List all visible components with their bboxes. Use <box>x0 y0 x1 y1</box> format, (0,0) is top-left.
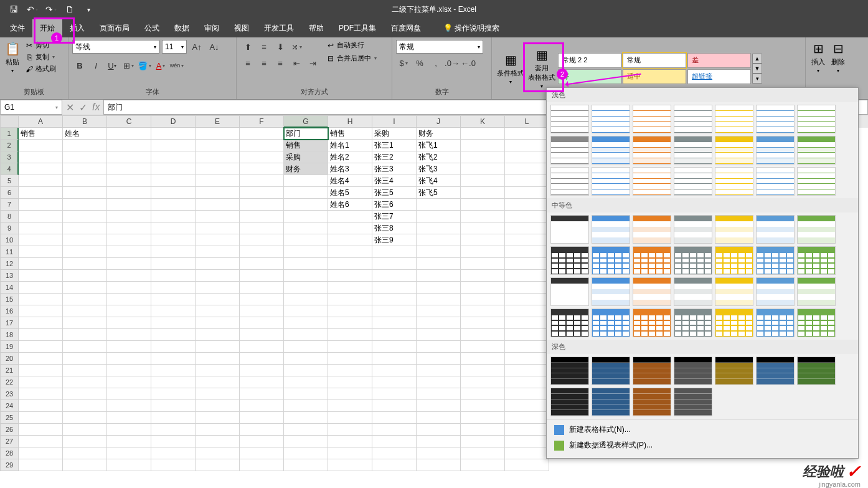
cell-B26[interactable] <box>63 424 107 436</box>
cell-G13[interactable] <box>284 270 328 282</box>
copy-button[interactable]: ⎘复制 <box>24 52 57 62</box>
style-normal22[interactable]: 常规 2 2 <box>558 53 621 68</box>
cell-H12[interactable] <box>328 258 372 270</box>
tab-help[interactable]: 帮助 <box>301 19 331 37</box>
cell-B6[interactable] <box>63 187 107 199</box>
table-style-swatch[interactable] <box>674 167 712 196</box>
table-style-swatch[interactable] <box>715 136 753 165</box>
row-header-21[interactable]: 21 <box>0 365 19 376</box>
comma-icon[interactable]: , <box>428 56 443 70</box>
cell-G28[interactable] <box>284 447 328 459</box>
cell-B27[interactable] <box>63 436 107 447</box>
cell-H8[interactable] <box>328 211 372 222</box>
table-style-swatch[interactable] <box>797 246 836 275</box>
cell-I25[interactable] <box>372 412 417 424</box>
cell-G27[interactable] <box>284 436 328 447</box>
cell-L4[interactable] <box>505 163 549 175</box>
cell-J16[interactable] <box>417 305 461 317</box>
table-style-swatch[interactable] <box>756 105 795 133</box>
table-style-swatch[interactable] <box>756 277 795 306</box>
cell-D15[interactable] <box>151 294 196 305</box>
cell-I7[interactable]: 张三6 <box>372 199 417 211</box>
cell-E11[interactable] <box>196 246 240 258</box>
cell-B24[interactable] <box>63 400 107 412</box>
cell-B7[interactable] <box>63 199 107 211</box>
cell-F26[interactable] <box>240 424 284 436</box>
cell-G3[interactable]: 采购 <box>284 151 328 163</box>
row-header-23[interactable]: 23 <box>0 388 19 400</box>
cell-K22[interactable] <box>461 376 505 388</box>
cell-C5[interactable] <box>107 175 151 187</box>
format-as-table-button[interactable]: 2 ▦ 套用 表格格式▾ <box>527 46 557 90</box>
cell-F20[interactable] <box>240 353 284 365</box>
tab-formulas[interactable]: 公式 <box>137 19 167 37</box>
row-header-3[interactable]: 3 <box>0 151 19 163</box>
cell-J15[interactable] <box>417 294 461 305</box>
cell-J19[interactable] <box>417 341 461 353</box>
cell-D14[interactable] <box>151 282 196 294</box>
cell-G4[interactable]: 财务 <box>284 163 328 175</box>
cell-G21[interactable] <box>284 365 328 376</box>
cell-H15[interactable] <box>328 294 372 305</box>
cell-C4[interactable] <box>107 163 151 175</box>
table-style-swatch[interactable] <box>550 167 589 196</box>
decrease-font-icon[interactable]: A↓ <box>207 40 222 54</box>
cell-L26[interactable] <box>505 424 549 436</box>
cell-D6[interactable] <box>151 187 196 199</box>
cell-C19[interactable] <box>107 341 151 353</box>
cell-D26[interactable] <box>151 424 196 436</box>
cell-A20[interactable] <box>19 353 63 365</box>
cell-K5[interactable] <box>461 175 505 187</box>
cell-I3[interactable]: 张三2 <box>372 151 417 163</box>
cell-G6[interactable] <box>284 187 328 199</box>
cell-K29[interactable] <box>461 459 505 471</box>
table-style-swatch[interactable] <box>674 356 712 385</box>
cell-I11[interactable] <box>372 246 417 258</box>
table-style-swatch[interactable] <box>633 246 671 275</box>
cell-E12[interactable] <box>196 258 240 270</box>
fx-icon[interactable]: fx <box>92 102 100 113</box>
cell-B12[interactable] <box>63 258 107 270</box>
cell-H17[interactable] <box>328 317 372 329</box>
cell-D28[interactable] <box>151 447 196 459</box>
cell-L27[interactable] <box>505 436 549 447</box>
cell-H13[interactable] <box>328 270 372 282</box>
cell-I16[interactable] <box>372 305 417 317</box>
insert-cells-button[interactable]: ⊞插入▾ <box>809 40 827 75</box>
style-bad[interactable]: 差 <box>687 53 751 68</box>
indent-dec-icon[interactable]: ⇤ <box>289 56 304 70</box>
name-box[interactable]: G1▾ <box>0 100 62 115</box>
table-style-swatch[interactable] <box>592 246 630 275</box>
row-header-26[interactable]: 26 <box>0 424 19 436</box>
cell-J26[interactable] <box>417 424 461 436</box>
cell-B4[interactable] <box>63 163 107 175</box>
new-pivot-style[interactable]: 新建数据透视表样式(P)... <box>547 438 858 453</box>
cell-E8[interactable] <box>196 211 240 222</box>
cell-J10[interactable] <box>417 234 461 246</box>
table-style-swatch[interactable] <box>674 388 712 416</box>
table-style-swatch[interactable] <box>715 309 753 337</box>
cell-B9[interactable] <box>63 222 107 234</box>
table-style-swatch[interactable] <box>797 309 836 337</box>
row-header-28[interactable]: 28 <box>0 447 19 459</box>
cell-L14[interactable] <box>505 282 549 294</box>
col-header-A[interactable]: A <box>19 115 63 128</box>
enter-formula-icon[interactable]: ✓ <box>79 102 87 113</box>
row-header-2[interactable]: 2 <box>0 140 19 151</box>
cell-J14[interactable] <box>417 282 461 294</box>
cell-G25[interactable] <box>284 412 328 424</box>
table-style-swatch[interactable] <box>674 309 712 337</box>
cell-J12[interactable] <box>417 258 461 270</box>
cell-L12[interactable] <box>505 258 549 270</box>
row-header-17[interactable]: 17 <box>0 317 19 329</box>
cell-K1[interactable] <box>461 128 505 140</box>
tab-developer[interactable]: 开发工具 <box>257 19 301 37</box>
cell-J27[interactable] <box>417 436 461 447</box>
cell-D24[interactable] <box>151 400 196 412</box>
cell-I5[interactable]: 张三4 <box>372 175 417 187</box>
cell-L21[interactable] <box>505 365 549 376</box>
cell-J4[interactable]: 张飞3 <box>417 163 461 175</box>
cell-L25[interactable] <box>505 412 549 424</box>
tab-review[interactable]: 审阅 <box>197 19 227 37</box>
cell-I14[interactable] <box>372 282 417 294</box>
